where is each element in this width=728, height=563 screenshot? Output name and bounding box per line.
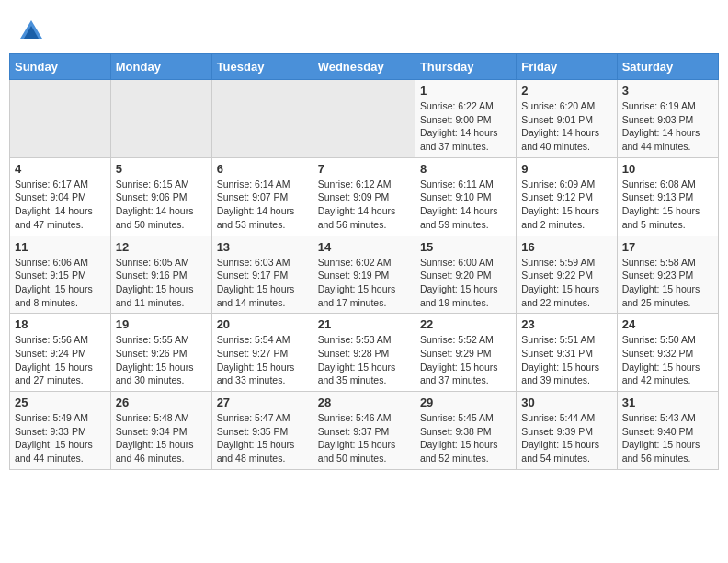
- header-row: SundayMondayTuesdayWednesdayThursdayFrid…: [10, 54, 719, 80]
- day-detail: Sunrise: 5:53 AM Sunset: 9:28 PM Dayligh…: [318, 333, 410, 387]
- day-detail: Sunrise: 6:03 AM Sunset: 9:17 PM Dayligh…: [217, 256, 308, 310]
- day-cell: 6Sunrise: 6:14 AM Sunset: 9:07 PM Daylig…: [211, 157, 313, 236]
- day-cell: 10Sunrise: 6:08 AM Sunset: 9:13 PM Dayli…: [617, 157, 718, 236]
- day-number: 20: [217, 317, 308, 331]
- day-cell: 25Sunrise: 5:49 AM Sunset: 9:33 PM Dayli…: [10, 392, 111, 470]
- col-header-tuesday: Tuesday: [211, 54, 313, 80]
- day-number: 13: [217, 240, 308, 254]
- day-cell: 3Sunrise: 6:19 AM Sunset: 9:03 PM Daylig…: [617, 80, 718, 158]
- day-cell: [313, 80, 415, 158]
- day-cell: 1Sunrise: 6:22 AM Sunset: 9:00 PM Daylig…: [415, 80, 516, 158]
- day-number: 28: [318, 396, 410, 409]
- day-cell: 29Sunrise: 5:45 AM Sunset: 9:38 PM Dayli…: [415, 392, 516, 470]
- day-cell: 13Sunrise: 6:03 AM Sunset: 9:17 PM Dayli…: [211, 236, 313, 314]
- day-number: 6: [217, 162, 308, 176]
- day-detail: Sunrise: 6:11 AM Sunset: 9:10 PM Dayligh…: [420, 178, 511, 232]
- col-header-monday: Monday: [110, 54, 211, 80]
- day-detail: Sunrise: 5:52 AM Sunset: 9:29 PM Dayligh…: [420, 333, 511, 387]
- day-number: 12: [116, 240, 207, 254]
- day-number: 1: [420, 84, 511, 98]
- day-cell: 20Sunrise: 5:54 AM Sunset: 9:27 PM Dayli…: [211, 314, 313, 392]
- day-detail: Sunrise: 5:55 AM Sunset: 9:26 PM Dayligh…: [116, 333, 207, 387]
- day-number: 18: [15, 317, 106, 331]
- day-detail: Sunrise: 6:09 AM Sunset: 9:12 PM Dayligh…: [521, 178, 611, 232]
- day-number: 14: [318, 240, 410, 254]
- day-number: 5: [116, 162, 207, 176]
- day-cell: 31Sunrise: 5:43 AM Sunset: 9:40 PM Dayli…: [617, 392, 718, 470]
- day-number: 19: [116, 317, 207, 331]
- day-detail: Sunrise: 6:19 AM Sunset: 9:03 PM Dayligh…: [622, 99, 713, 154]
- day-number: 30: [521, 396, 611, 409]
- week-row-5: 25Sunrise: 5:49 AM Sunset: 9:33 PM Dayli…: [10, 392, 719, 470]
- day-cell: 24Sunrise: 5:50 AM Sunset: 9:32 PM Dayli…: [617, 314, 718, 392]
- day-detail: Sunrise: 5:54 AM Sunset: 9:27 PM Dayligh…: [217, 333, 308, 387]
- day-number: 21: [318, 317, 410, 331]
- day-number: 3: [622, 84, 713, 98]
- day-cell: [110, 80, 211, 158]
- day-cell: 4Sunrise: 6:17 AM Sunset: 9:04 PM Daylig…: [10, 157, 111, 236]
- week-row-3: 11Sunrise: 6:06 AM Sunset: 9:15 PM Dayli…: [10, 236, 719, 314]
- day-cell: [211, 80, 313, 158]
- day-cell: 16Sunrise: 5:59 AM Sunset: 9:22 PM Dayli…: [517, 236, 617, 314]
- day-number: 23: [521, 317, 611, 331]
- calendar-table: SundayMondayTuesdayWednesdayThursdayFrid…: [9, 53, 719, 470]
- day-cell: 5Sunrise: 6:15 AM Sunset: 9:06 PM Daylig…: [110, 157, 211, 236]
- day-cell: 23Sunrise: 5:51 AM Sunset: 9:31 PM Dayli…: [517, 314, 617, 392]
- day-detail: Sunrise: 6:20 AM Sunset: 9:01 PM Dayligh…: [521, 99, 611, 154]
- day-detail: Sunrise: 6:22 AM Sunset: 9:00 PM Dayligh…: [420, 99, 511, 154]
- day-detail: Sunrise: 5:59 AM Sunset: 9:22 PM Dayligh…: [521, 256, 611, 310]
- day-number: 16: [521, 240, 611, 254]
- day-cell: 14Sunrise: 6:02 AM Sunset: 9:19 PM Dayli…: [313, 236, 415, 314]
- day-number: 7: [318, 162, 410, 176]
- day-cell: 21Sunrise: 5:53 AM Sunset: 9:28 PM Dayli…: [313, 314, 415, 392]
- day-detail: Sunrise: 5:49 AM Sunset: 9:33 PM Dayligh…: [15, 411, 106, 465]
- day-detail: Sunrise: 6:06 AM Sunset: 9:15 PM Dayligh…: [15, 256, 106, 310]
- day-cell: 8Sunrise: 6:11 AM Sunset: 9:10 PM Daylig…: [415, 157, 516, 236]
- day-cell: 17Sunrise: 5:58 AM Sunset: 9:23 PM Dayli…: [617, 236, 718, 314]
- day-cell: 18Sunrise: 5:56 AM Sunset: 9:24 PM Dayli…: [10, 314, 111, 392]
- calendar-header: SundayMondayTuesdayWednesdayThursdayFrid…: [10, 54, 719, 80]
- day-number: 15: [420, 240, 511, 254]
- day-detail: Sunrise: 5:58 AM Sunset: 9:23 PM Dayligh…: [622, 256, 713, 310]
- day-number: 8: [420, 162, 511, 176]
- day-cell: 26Sunrise: 5:48 AM Sunset: 9:34 PM Dayli…: [110, 392, 211, 470]
- day-cell: 9Sunrise: 6:09 AM Sunset: 9:12 PM Daylig…: [517, 157, 617, 236]
- col-header-thursday: Thursday: [415, 54, 516, 80]
- day-detail: Sunrise: 6:17 AM Sunset: 9:04 PM Dayligh…: [15, 178, 106, 232]
- day-detail: Sunrise: 6:15 AM Sunset: 9:06 PM Dayligh…: [116, 178, 207, 232]
- day-cell: 12Sunrise: 6:05 AM Sunset: 9:16 PM Dayli…: [110, 236, 211, 314]
- day-detail: Sunrise: 5:56 AM Sunset: 9:24 PM Dayligh…: [15, 333, 106, 387]
- day-detail: Sunrise: 5:44 AM Sunset: 9:39 PM Dayligh…: [521, 411, 611, 465]
- day-cell: 28Sunrise: 5:46 AM Sunset: 9:37 PM Dayli…: [313, 392, 415, 470]
- day-detail: Sunrise: 5:51 AM Sunset: 9:31 PM Dayligh…: [521, 333, 611, 387]
- day-detail: Sunrise: 5:43 AM Sunset: 9:40 PM Dayligh…: [622, 411, 713, 465]
- day-number: 31: [622, 396, 713, 409]
- week-row-2: 4Sunrise: 6:17 AM Sunset: 9:04 PM Daylig…: [10, 157, 719, 236]
- day-detail: Sunrise: 5:47 AM Sunset: 9:35 PM Dayligh…: [217, 411, 308, 465]
- day-cell: 11Sunrise: 6:06 AM Sunset: 9:15 PM Dayli…: [10, 236, 111, 314]
- day-cell: 2Sunrise: 6:20 AM Sunset: 9:01 PM Daylig…: [517, 80, 617, 158]
- col-header-wednesday: Wednesday: [313, 54, 415, 80]
- week-row-4: 18Sunrise: 5:56 AM Sunset: 9:24 PM Dayli…: [10, 314, 719, 392]
- col-header-saturday: Saturday: [617, 54, 718, 80]
- day-number: 10: [622, 162, 713, 176]
- day-number: 22: [420, 317, 511, 331]
- day-number: 17: [622, 240, 713, 254]
- day-number: 2: [521, 84, 611, 98]
- day-cell: 7Sunrise: 6:12 AM Sunset: 9:09 PM Daylig…: [313, 157, 415, 236]
- day-detail: Sunrise: 6:14 AM Sunset: 9:07 PM Dayligh…: [217, 178, 308, 232]
- day-number: 11: [15, 240, 106, 254]
- day-cell: 19Sunrise: 5:55 AM Sunset: 9:26 PM Dayli…: [110, 314, 211, 392]
- day-detail: Sunrise: 5:45 AM Sunset: 9:38 PM Dayligh…: [420, 411, 511, 465]
- day-cell: 22Sunrise: 5:52 AM Sunset: 9:29 PM Dayli…: [415, 314, 516, 392]
- week-row-1: 1Sunrise: 6:22 AM Sunset: 9:00 PM Daylig…: [10, 80, 719, 158]
- day-detail: Sunrise: 5:50 AM Sunset: 9:32 PM Dayligh…: [622, 333, 713, 387]
- day-number: 27: [217, 396, 308, 409]
- day-detail: Sunrise: 6:00 AM Sunset: 9:20 PM Dayligh…: [420, 256, 511, 310]
- day-cell: 30Sunrise: 5:44 AM Sunset: 9:39 PM Dayli…: [517, 392, 617, 470]
- day-cell: [10, 80, 111, 158]
- col-header-sunday: Sunday: [10, 54, 111, 80]
- day-number: 4: [15, 162, 106, 176]
- logo-icon: [18, 18, 44, 44]
- day-number: 25: [15, 396, 106, 409]
